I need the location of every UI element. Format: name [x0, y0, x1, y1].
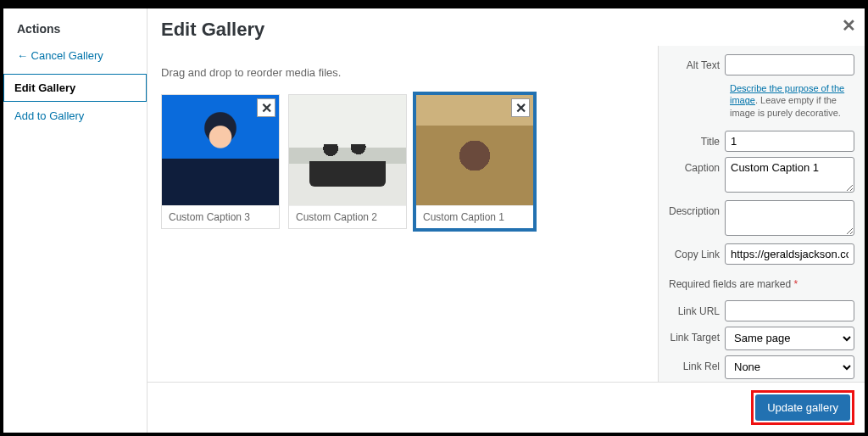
gallery-caption[interactable]: Custom Caption 1 — [416, 205, 533, 228]
page-title: Edit Gallery — [161, 19, 644, 41]
caption-input[interactable]: Custom Caption 1 — [725, 157, 854, 193]
modal-footer: Update gallery — [147, 382, 865, 433]
sidebar-item-add-to-gallery[interactable]: Add to Gallery — [3, 102, 147, 130]
link-target-select[interactable]: Same page — [725, 327, 854, 350]
caption-label: Caption — [669, 157, 725, 174]
remove-item-icon[interactable]: ✕ — [511, 98, 530, 117]
description-label: Description — [669, 200, 725, 217]
gallery-caption[interactable]: Custom Caption 3 — [162, 205, 279, 228]
gallery-caption[interactable]: Custom Caption 2 — [289, 205, 406, 228]
link-rel-select[interactable]: None — [725, 355, 854, 379]
remove-item-icon[interactable]: ✕ — [257, 98, 275, 117]
link-rel-label: Link Rel — [669, 355, 725, 372]
close-icon[interactable]: ✕ — [842, 15, 856, 36]
copy-link-label: Copy Link — [669, 243, 725, 260]
cancel-gallery-link[interactable]: ← Cancel Gallery — [3, 46, 147, 74]
attachment-details: Alt Text Describe the purpose of the ima… — [658, 46, 865, 382]
title-label: Title — [669, 131, 725, 148]
title-input[interactable] — [725, 131, 854, 152]
actions-sidebar: Actions ← Cancel Gallery Edit Gallery Ad… — [3, 8, 147, 433]
actions-heading: Actions — [3, 17, 147, 46]
gallery-main: Edit Gallery Drag and drop to reorder me… — [147, 8, 658, 382]
update-highlight: Update gallery — [751, 390, 854, 425]
gallery-item[interactable]: ✕ Custom Caption 2 — [288, 94, 407, 229]
link-url-label: Link URL — [669, 300, 725, 317]
gallery-item[interactable]: ✕ Custom Caption 3 — [161, 94, 280, 229]
sidebar-item-edit-gallery[interactable]: Edit Gallery — [3, 74, 147, 102]
edit-gallery-modal: ✕ Actions ← Cancel Gallery Edit Gallery … — [0, 0, 868, 436]
alt-text-label: Alt Text — [669, 54, 725, 71]
gallery-items: ✕ Custom Caption 3 ✕ Custom Caption 2 ✕ … — [161, 94, 644, 229]
required-fields-note: Required fields are marked * — [659, 270, 865, 295]
drag-instruction: Drag and drop to reorder media files. — [161, 66, 644, 79]
alt-text-help: Describe the purpose of the image. Leave… — [659, 81, 865, 126]
update-gallery-button[interactable]: Update gallery — [755, 394, 850, 421]
link-url-input[interactable] — [725, 300, 854, 321]
alt-text-input[interactable] — [725, 54, 854, 75]
link-target-label: Link Target — [669, 327, 725, 344]
gallery-thumbnail — [289, 95, 406, 205]
description-input[interactable] — [725, 200, 854, 236]
copy-link-input[interactable] — [725, 243, 854, 265]
gallery-item[interactable]: ✕ Custom Caption 1 — [415, 94, 534, 229]
